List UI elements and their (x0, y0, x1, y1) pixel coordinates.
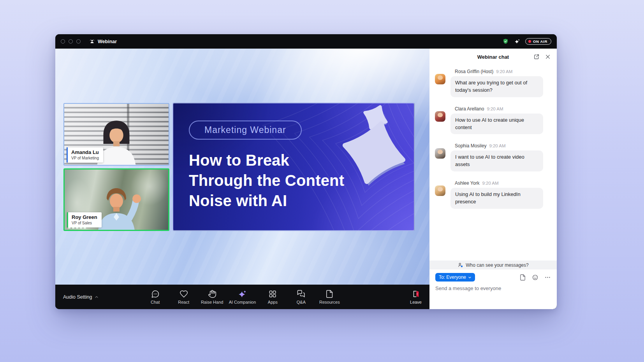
audio-setting-label: Audio Setting (63, 294, 92, 300)
chevron-down-icon (468, 276, 472, 279)
message-bubble: Using AI to build my LinkedIn presence (450, 188, 543, 209)
speaker-name-tag: Amanda Lu VP of Marketing (67, 147, 103, 163)
document-icon (325, 290, 334, 298)
ai-companion-sparkle-icon (238, 290, 247, 298)
message-time: 9:20 AM (489, 143, 505, 148)
webinar-icon (89, 38, 95, 44)
webinar-window: Webinar ON AIR (55, 34, 557, 309)
message-time: 9:20 AM (487, 107, 503, 111)
avatar (435, 74, 445, 84)
chat-message: Rosa Griffin (Host)9:20 AM What are you … (435, 69, 551, 97)
chat-button[interactable]: Chat (143, 290, 168, 304)
message-author: Clara Arellano (455, 106, 484, 112)
window-close-button[interactable] (61, 39, 65, 44)
chat-message-list: Rosa Griffin (Host)9:20 AM What are you … (429, 65, 557, 261)
app-title-label: Webinar (98, 39, 117, 44)
qa-bubbles-icon (297, 290, 305, 298)
desktop-background: Webinar ON AIR (0, 0, 644, 362)
window-titlebar: Webinar ON AIR (55, 34, 557, 49)
meeting-main-area: Amanda Lu VP of Marketing (55, 49, 429, 309)
resources-button[interactable]: Resources (317, 290, 342, 304)
emoji-icon[interactable] (532, 274, 538, 281)
leave-door-icon (412, 290, 420, 298)
audio-activity-indicator (68, 227, 86, 229)
raise-hand-button[interactable]: Raise Hand (200, 290, 225, 304)
message-time: 9:20 AM (482, 181, 498, 185)
window-zoom-button[interactable] (76, 39, 81, 44)
chat-header: Webinar chat (429, 49, 557, 65)
message-author: Rosa Griffin (Host) (455, 69, 493, 74)
chat-bubble-icon (151, 290, 160, 298)
chat-message: Clara Arellano9:20 AM How to use AI to c… (435, 106, 551, 135)
webinar-chat-panel: Webinar chat Rosa Griffin (Host)9:20 AM … (429, 49, 557, 309)
person-privacy-icon (457, 262, 463, 268)
chat-message: Ashlee York9:20 AM Using AI to build my … (435, 180, 551, 209)
on-air-dot-icon (528, 40, 531, 43)
ai-sparkle-icon[interactable] (514, 38, 520, 45)
chat-message-input[interactable] (429, 282, 557, 291)
on-air-badge: ON AIR (525, 38, 551, 45)
presentation-slide: Marketing Webinar How to Break Through t… (172, 103, 415, 231)
avatar (435, 148, 445, 159)
message-time: 9:20 AM (496, 69, 512, 74)
on-air-label: ON AIR (533, 39, 547, 44)
app-title: Webinar (89, 38, 117, 44)
heart-icon (179, 290, 188, 298)
speaker-name-tag: Roy Green VP of Sales (67, 212, 102, 227)
speaker-name: Roy Green (72, 214, 97, 220)
audio-setting-button[interactable]: Audio Setting (63, 294, 99, 300)
video-tile-roy[interactable]: Roy Green VP of Sales (63, 168, 169, 231)
composer-toolbar: To: Everyone (429, 269, 557, 282)
video-stage: Amanda Lu VP of Marketing (55, 49, 429, 285)
toolbar-center-group: Chat React Raise Hand (143, 285, 342, 309)
message-bubble: I want to use AI to create video assets (450, 150, 543, 171)
slide-badge: Marketing Webinar (189, 121, 302, 140)
apps-button[interactable]: Apps (260, 290, 285, 304)
pop-out-icon[interactable] (533, 54, 540, 60)
speaker-name: Amanda Lu (71, 149, 99, 155)
message-bubble: What are you trying to get out of today'… (450, 76, 543, 97)
leave-label: Leave (410, 300, 422, 304)
window-minimize-button[interactable] (69, 39, 73, 44)
more-options-icon[interactable] (544, 274, 551, 281)
qa-button[interactable]: Q&A (289, 290, 313, 304)
leave-button[interactable]: Leave (410, 290, 422, 304)
react-button[interactable]: React (171, 290, 196, 304)
video-tile-amanda[interactable]: Amanda Lu VP of Marketing (63, 103, 169, 166)
apps-grid-icon (268, 290, 277, 298)
slide-title: How to Break Through the Content Noise w… (189, 150, 344, 211)
message-privacy-note[interactable]: Who can see your messages? (429, 261, 557, 269)
security-shield-icon[interactable] (502, 38, 509, 45)
recipient-selector[interactable]: To: Everyone (435, 273, 475, 282)
avatar (435, 111, 445, 122)
attach-file-icon[interactable] (519, 274, 526, 281)
message-author: Ashlee York (455, 180, 479, 186)
chevron-up-icon (95, 295, 99, 299)
message-author: Sophia Mosiley (455, 143, 486, 149)
close-icon[interactable] (545, 54, 551, 60)
message-bubble: How to use AI to create unique content (450, 114, 543, 135)
speaker-role: VP of Sales (72, 221, 97, 225)
chat-bottom-spacer (429, 291, 557, 309)
chat-message: Sophia Mosiley9:20 AM I want to use AI t… (435, 143, 551, 171)
avatar (435, 185, 445, 196)
raised-hand-icon (208, 290, 216, 298)
meeting-toolbar: Audio Setting Chat React (55, 285, 429, 309)
ai-companion-button[interactable]: AI Companion (228, 290, 257, 304)
speaker-role: VP of Marketing (71, 156, 99, 160)
window-controls (61, 39, 81, 44)
titlebar-status-group: ON AIR (502, 38, 551, 45)
